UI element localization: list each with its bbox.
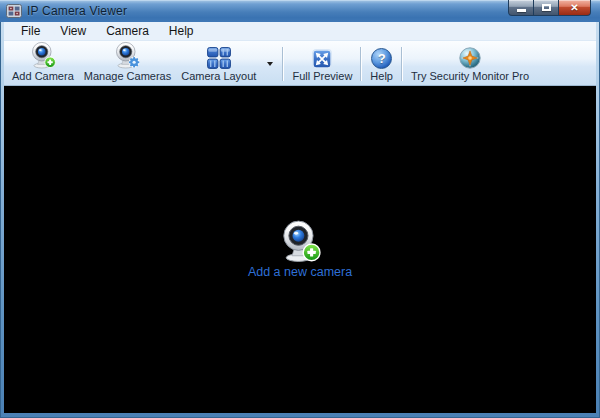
grid-layout-icon — [207, 44, 231, 70]
camera-layout-label: Camera Layout — [181, 70, 256, 83]
question-mark-icon: ? — [371, 44, 392, 70]
full-preview-button[interactable]: Full Preview — [287, 43, 357, 85]
camera-view-area: Add a new camera — [4, 86, 596, 413]
webcam-plus-icon — [279, 217, 320, 263]
minimize-button[interactable] — [508, 0, 534, 16]
help-button[interactable]: ? Help — [365, 43, 398, 85]
menu-bar: File View Camera Help — [4, 22, 596, 41]
add-new-camera-label[interactable]: Add a new camera — [248, 265, 352, 279]
close-button[interactable]: ✕ — [558, 0, 591, 16]
manage-cameras-label: Manage Cameras — [84, 70, 171, 83]
try-security-monitor-pro-label: Try Security Monitor Pro — [411, 70, 529, 83]
compass-star-icon — [459, 44, 481, 70]
toolbar-separator — [360, 47, 361, 81]
toolbar-separator — [282, 47, 283, 81]
camera-layout-dropdown[interactable] — [261, 43, 279, 85]
toolbar-separator — [401, 47, 402, 81]
app-window: IP Camera Viewer ✕ File View Camera Help… — [0, 0, 600, 418]
chevron-down-icon — [267, 62, 273, 66]
add-new-camera-link[interactable]: Add a new camera — [248, 217, 352, 279]
app-grid-icon — [6, 4, 22, 18]
webcam-gear-icon — [114, 40, 140, 70]
maximize-icon — [542, 4, 551, 11]
menu-view[interactable]: View — [50, 23, 96, 40]
add-camera-label: Add Camera — [12, 70, 74, 83]
full-preview-label: Full Preview — [292, 70, 352, 83]
expand-arrows-icon — [312, 44, 332, 70]
maximize-button[interactable] — [533, 0, 559, 16]
help-label: Help — [370, 70, 393, 83]
webcam-plus-icon — [30, 40, 56, 70]
window-body: File View Camera Help Add Camera Manage … — [4, 22, 596, 413]
menu-camera[interactable]: Camera — [96, 23, 159, 40]
camera-layout-button[interactable]: Camera Layout — [176, 43, 261, 85]
menu-file[interactable]: File — [11, 23, 50, 40]
toolbar: Add Camera Manage Cameras — [4, 41, 596, 86]
add-camera-button[interactable]: Add Camera — [7, 43, 79, 85]
menu-help[interactable]: Help — [159, 23, 204, 40]
try-security-monitor-pro-button[interactable]: Try Security Monitor Pro — [406, 43, 534, 85]
minimize-icon — [517, 9, 526, 12]
window-controls: ✕ — [509, 0, 591, 16]
window-title: IP Camera Viewer — [27, 4, 127, 18]
close-icon: ✕ — [570, 1, 578, 15]
manage-cameras-button[interactable]: Manage Cameras — [79, 43, 176, 85]
